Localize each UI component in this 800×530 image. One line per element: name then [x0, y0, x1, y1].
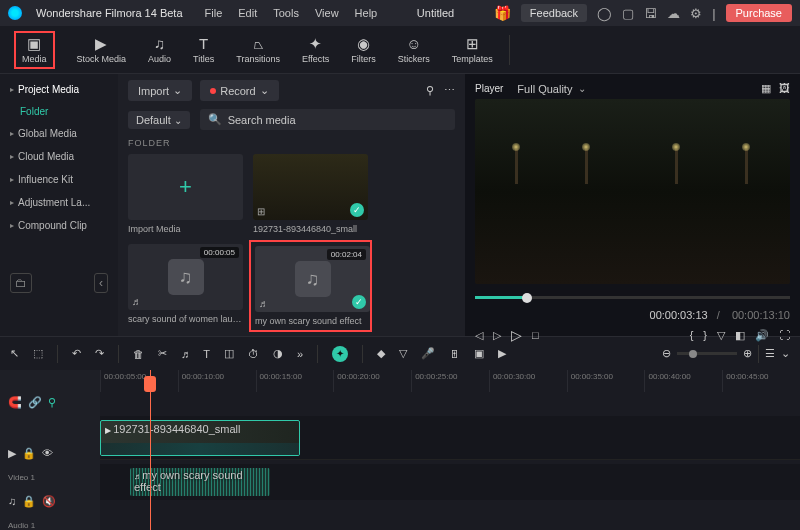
media-panel: Import ⌄ Record ⌄ ⚲ ⋯ Default ⌄ 🔍Search …	[118, 74, 465, 336]
delete-button[interactable]: 🗑	[133, 348, 144, 360]
pointer-tool[interactable]: ↖	[10, 347, 19, 360]
sidebar-compound-clip[interactable]: Compound Clip	[0, 214, 118, 237]
feedback-button[interactable]: Feedback	[521, 4, 587, 22]
stock-icon: ▶	[95, 36, 107, 52]
lock-icon[interactable]: 🔒	[22, 447, 36, 460]
keyframe-tool[interactable]: ◆	[377, 347, 385, 360]
settings-tool[interactable]: ⌄	[781, 347, 790, 360]
crop-tool[interactable]: ◫	[224, 347, 234, 360]
audio-track-header[interactable]: ♫🔒🔇	[0, 491, 100, 511]
sidebar-global-media[interactable]: Global Media	[0, 122, 118, 145]
step-back-button[interactable]: ▷	[493, 329, 501, 342]
sidebar-adjustment-layer[interactable]: Adjustment La...	[0, 191, 118, 214]
menu-edit[interactable]: Edit	[238, 7, 257, 19]
playhead[interactable]	[150, 370, 151, 530]
stop-button[interactable]: □	[532, 329, 539, 341]
speed-tool[interactable]: ⏱	[248, 348, 259, 360]
settings-icon[interactable]: ⚙	[690, 6, 702, 21]
tool-templates[interactable]: ⊞Templates	[452, 36, 493, 64]
check-icon: ✓	[352, 295, 366, 309]
crop-icon[interactable]: ◧	[735, 329, 745, 342]
sidebar-project-media[interactable]: Project Media	[0, 78, 118, 101]
audio-icon: ♫	[154, 36, 165, 52]
sidebar-cloud-media[interactable]: Cloud Media	[0, 145, 118, 168]
zoom-out-button[interactable]: ⊖	[662, 347, 671, 360]
record-button[interactable]: Record ⌄	[200, 80, 278, 101]
save-icon[interactable]: 🖫	[644, 6, 657, 21]
collapse-icon[interactable]: ‹	[94, 273, 108, 293]
volume-icon[interactable]: 🔊	[755, 329, 769, 342]
link-icon[interactable]: 🔗	[28, 396, 42, 409]
media-import[interactable]: + Import Media	[128, 154, 243, 234]
filter-icon[interactable]: ⚲	[426, 84, 434, 97]
marker-icon2[interactable]: ⚲	[48, 396, 56, 409]
menu-help[interactable]: Help	[355, 7, 378, 19]
quality-select[interactable]: Full Quality ⌄	[517, 83, 586, 95]
video-track[interactable]: ▶ 192731-893446840_small	[100, 416, 800, 460]
menu-tools[interactable]: Tools	[273, 7, 299, 19]
lock-icon[interactable]: 🔒	[22, 495, 36, 508]
preview-seek-slider[interactable]	[475, 296, 790, 299]
fullscreen-icon[interactable]: ⛶	[779, 329, 790, 342]
zoom-slider[interactable]	[677, 352, 737, 355]
audio-badge-icon: ♬	[132, 296, 140, 307]
tool-stock-media[interactable]: ▶Stock Media	[77, 36, 127, 64]
render-tool[interactable]: ▶	[498, 347, 506, 360]
group-tool[interactable]: ▣	[474, 347, 484, 360]
tool-filters[interactable]: ◉Filters	[351, 36, 376, 64]
audio-track[interactable]: ♬ my own scary sound effect	[100, 464, 800, 500]
mic-tool[interactable]: 🎤	[421, 347, 435, 360]
video-track-header[interactable]: ▶🔒👁	[0, 443, 100, 463]
select-tool[interactable]: ⬚	[33, 347, 43, 360]
sidebar-influence-kit[interactable]: Influence Kit	[0, 168, 118, 191]
color-tool[interactable]: ◑	[273, 347, 283, 360]
mark-out-icon[interactable]: }	[703, 329, 707, 342]
window-icon[interactable]: ▢	[622, 6, 634, 21]
prev-frame-button[interactable]: ◁	[475, 329, 483, 342]
music-tool[interactable]: ♬	[181, 348, 189, 360]
snapshot-icon[interactable]: 🖼	[779, 82, 790, 95]
menu-file[interactable]: File	[205, 7, 223, 19]
search-input[interactable]: 🔍Search media	[200, 109, 455, 130]
new-folder-icon[interactable]: 🗀	[10, 273, 32, 293]
menu-view[interactable]: View	[315, 7, 339, 19]
timeline-ruler[interactable]: 00:00:05:00 00:00:10:00 00:00:15:00 00:0…	[100, 370, 800, 392]
marker-tool[interactable]: ▽	[399, 347, 407, 360]
preview-video[interactable]	[475, 99, 790, 284]
tool-stickers[interactable]: ☺Stickers	[398, 36, 430, 64]
zoom-in-button[interactable]: ⊕	[743, 347, 752, 360]
tool-titles[interactable]: TTitles	[193, 36, 214, 64]
import-button[interactable]: Import ⌄	[128, 80, 192, 101]
play-button[interactable]: ▷	[511, 327, 522, 343]
media-item-audio[interactable]: 00:00:05♫♬ scary sound of women laug...	[128, 244, 243, 328]
mark-in-icon[interactable]: {	[690, 329, 694, 342]
undo-button[interactable]: ↶	[72, 347, 81, 360]
tool-media[interactable]: ▣Media	[14, 31, 55, 69]
sort-default[interactable]: Default ⌄	[128, 111, 190, 129]
redo-button[interactable]: ↷	[95, 347, 104, 360]
tool-transitions[interactable]: ⏢Transitions	[236, 36, 280, 64]
magnet-icon[interactable]: 🧲	[8, 396, 22, 409]
player-label: Player	[475, 83, 503, 94]
mute-icon[interactable]: 🔇	[42, 495, 56, 508]
sidebar-folder[interactable]: Folder	[0, 101, 118, 122]
gift-icon[interactable]: 🎁	[494, 5, 511, 21]
more-tools[interactable]: »	[297, 348, 303, 360]
tool-effects[interactable]: ✦Effects	[302, 36, 329, 64]
audio-clip[interactable]: ♬ my own scary sound effect	[130, 468, 270, 496]
tool-audio[interactable]: ♫Audio	[148, 36, 171, 64]
media-item-video[interactable]: ⊞✓ 192731-893446840_small	[253, 154, 368, 234]
cut-button[interactable]: ✂	[158, 347, 167, 360]
visibility-icon[interactable]: 👁	[42, 447, 53, 459]
compare-icon[interactable]: ▦	[761, 82, 771, 95]
list-view-icon[interactable]: ☰	[765, 347, 775, 360]
more-icon[interactable]: ⋯	[444, 84, 455, 97]
cloud-icon[interactable]: ☁	[667, 6, 680, 21]
purchase-button[interactable]: Purchase	[726, 4, 792, 22]
ai-tool[interactable]: ✦	[332, 346, 348, 362]
mixer-tool[interactable]: 🎚	[449, 348, 460, 360]
text-tool[interactable]: T	[203, 348, 210, 360]
video-clip[interactable]: ▶ 192731-893446840_small	[100, 420, 300, 456]
marker-icon[interactable]: ▽	[717, 329, 725, 342]
media-item-audio-selected[interactable]: 00:02:04♫♬✓ my own scary sound effect	[253, 244, 368, 328]
